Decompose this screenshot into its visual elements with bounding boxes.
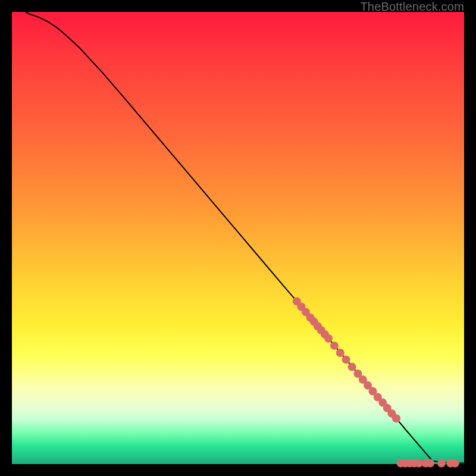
data-point <box>392 414 400 422</box>
data-point <box>426 459 434 468</box>
attribution-text: TheBottleneck.com <box>360 0 464 14</box>
data-point <box>324 334 333 343</box>
curve-line <box>26 12 464 464</box>
data-point <box>342 355 350 364</box>
data-point <box>437 459 446 468</box>
data-point <box>451 459 459 468</box>
plot-area <box>12 12 464 464</box>
chart-svg <box>12 12 464 464</box>
data-point <box>348 363 356 371</box>
data-point <box>336 349 345 357</box>
data-point <box>330 342 339 350</box>
scatter-markers <box>293 297 459 467</box>
chart-frame: TheBottleneck.com <box>0 0 476 476</box>
